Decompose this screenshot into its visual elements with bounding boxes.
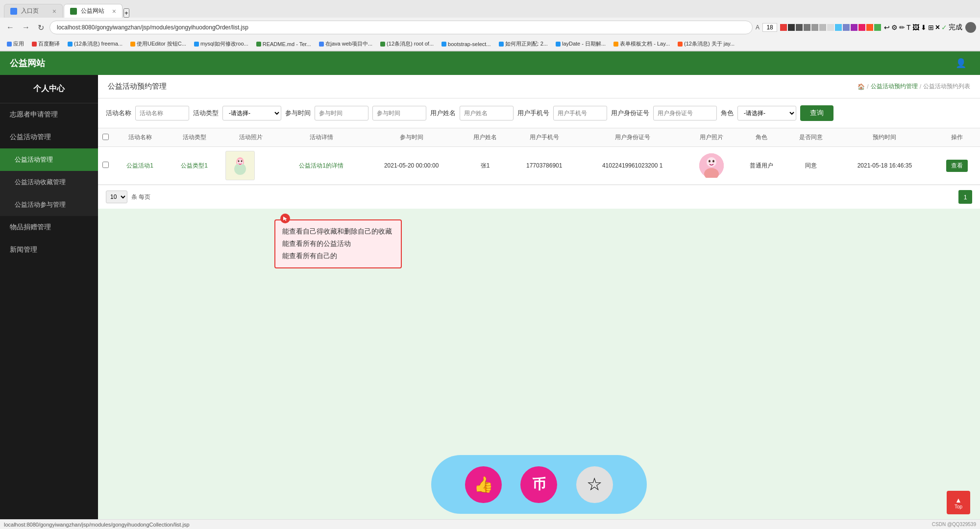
color-green[interactable] (874, 24, 881, 31)
undo-icon[interactable]: ↩ (884, 24, 890, 31)
tab-gongyiwangzhan-close[interactable]: × (112, 7, 116, 15)
join-time-from-input[interactable] (315, 106, 368, 120)
tab-entry-close[interactable]: × (52, 7, 56, 15)
color-purple[interactable] (851, 24, 858, 31)
color-gray5[interactable] (827, 24, 834, 31)
page-size-select[interactable]: 10 (106, 191, 127, 203)
popup-line-3: 能查看所有自己的 (282, 250, 394, 262)
th-join-time: 参与时间 (362, 128, 460, 147)
window-icon[interactable]: ⊞ (928, 24, 934, 31)
check-icon[interactable]: ✓ (941, 24, 947, 31)
popup-line-1: 能查看自己得收藏和删除自己的收藏 (282, 225, 394, 238)
user-avatar[interactable] (965, 22, 976, 33)
bookmark-ueditor-icon (130, 42, 135, 47)
bookmark-ueditor[interactable]: 使用UEditor 按钮C... (127, 39, 189, 48)
bookmark-csdn-label: (12条消息) 关于 jay... (684, 40, 735, 48)
share-button[interactable]: 币 (520, 466, 557, 503)
th-activity-name: 活动名称 (113, 128, 167, 147)
activity-detail-link[interactable]: 公益活动1的详情 (299, 162, 343, 169)
settings-icon[interactable]: ⚙ (891, 24, 898, 31)
activity-type-select[interactable]: -请选择- (222, 106, 281, 120)
color-dark[interactable] (788, 24, 795, 31)
color-gray3[interactable] (811, 24, 818, 31)
browser-toolbar-icons: A 18 ↩ ⚙ ✏ T 🖼 (756, 22, 976, 33)
query-button[interactable]: 查询 (800, 105, 833, 121)
edit-icon[interactable]: ✏ (899, 24, 905, 31)
back-button[interactable]: ← (4, 22, 17, 33)
download-icon[interactable]: ⬇ (921, 24, 927, 31)
bookmark-form-label: 表单模板文档 - Lay... (620, 40, 670, 48)
breadcrumb-home[interactable]: 🏠 (858, 83, 865, 90)
color-gray4[interactable] (819, 24, 826, 31)
tab-gongyiwangzhan[interactable]: 公益网站 × (64, 4, 122, 18)
image-icon[interactable]: 🖼 (912, 24, 919, 31)
bookmark-apps[interactable]: 应用 (4, 39, 27, 48)
breadcrumb-order-mgmt[interactable]: 公益活动预约管理 (871, 82, 918, 91)
back-to-top-arrow: ▲ (955, 496, 962, 504)
join-time-to-input[interactable] (372, 106, 426, 120)
select-all-checkbox[interactable] (102, 134, 109, 140)
activity-type-link[interactable]: 公益类型1 (181, 162, 208, 169)
activity-photo-svg (228, 153, 252, 178)
color-gray[interactable] (796, 24, 803, 31)
tab-entry[interactable]: 入口页 × (4, 4, 63, 18)
color-orange[interactable] (866, 24, 873, 31)
bookmark-bootstrap-icon (441, 42, 446, 47)
bookmark-mysql[interactable]: mysql如何修改roo... (191, 39, 251, 48)
bookmark-baidu[interactable]: 百度翻译 (29, 39, 63, 48)
phone-input[interactable] (553, 106, 607, 120)
bookmark-form[interactable]: 表单模板文档 - Lay... (611, 39, 673, 48)
bookmark-java[interactable]: 在java web项目中... (316, 39, 376, 48)
svg-point-3 (238, 160, 240, 162)
font-size-value[interactable]: 18 (762, 23, 777, 32)
bookmarks-bar: 应用 百度翻译 (12条消息) freema... 使用UEditor 按钮C.… (0, 37, 980, 51)
bookmark-bootstrap[interactable]: bootstrap-select... (439, 40, 493, 48)
like-button[interactable]: 👍 (465, 466, 502, 503)
id-card-input[interactable] (653, 106, 717, 120)
page-1-button[interactable]: 1 (958, 190, 972, 204)
activity-name-link[interactable]: 公益活动1 (126, 162, 153, 169)
sidebar-item-donation[interactable]: 物品捐赠管理 (0, 216, 98, 239)
row-checkbox[interactable] (102, 162, 109, 168)
forward-button[interactable]: → (20, 22, 32, 33)
bookmark-regex[interactable]: 如何用正则配: 2... (496, 39, 551, 48)
username-input[interactable] (460, 106, 514, 120)
td-checkbox (98, 147, 113, 185)
bookmark-mysql-icon (194, 42, 199, 47)
bookmark-csdn[interactable]: (12条消息) 关于 jay... (675, 39, 737, 48)
user-account-icon[interactable]: 👤 (952, 54, 970, 72)
bookmark-laydate[interactable]: layDate - 日期解... (553, 39, 609, 48)
td-is-agree: 同意 (786, 147, 836, 185)
sidebar-item-activity-collection[interactable]: 公益活动收藏管理 (0, 171, 98, 193)
view-button[interactable]: 查看 (946, 160, 968, 172)
text-icon[interactable]: T (906, 24, 911, 31)
sidebar-item-news[interactable]: 新闻管理 (0, 239, 98, 261)
sidebar-item-volunteer[interactable]: 志愿者申请管理 (0, 103, 98, 126)
bookmark-apps-label: 应用 (13, 40, 24, 48)
back-to-top-button[interactable]: ▲ Top (947, 491, 970, 514)
address-input[interactable]: localhost:8080/gongyiwangzhan/jsp/module… (49, 21, 753, 34)
bookmark-freema-icon (68, 42, 73, 47)
bookmark-root-icon (380, 42, 385, 47)
bookmark-readme[interactable]: README.md - Ter... (253, 40, 314, 48)
color-pink[interactable] (858, 24, 865, 31)
bookmark-apps-icon (7, 42, 12, 47)
color-blue[interactable] (835, 24, 842, 31)
role-select[interactable]: -请选择- (737, 106, 796, 120)
sidebar-item-activity-manage[interactable]: 公益活动管理 (0, 148, 98, 171)
complete-icon[interactable]: 完成 (949, 23, 962, 32)
sidebar-item-activity-participate[interactable]: 公益活动参与管理 (0, 193, 98, 216)
page-title: 公益活动预约管理 (108, 82, 167, 91)
color-red[interactable] (780, 24, 787, 31)
sidebar-item-activity-mgmt[interactable]: 公益活动管理 (0, 126, 98, 148)
color-gray2[interactable] (804, 24, 810, 31)
bookmark-root[interactable]: (12条消息) root of... (377, 39, 437, 48)
bookmark-freema[interactable]: (12条消息) freema... (65, 39, 125, 48)
star-button[interactable]: ☆ (576, 466, 613, 503)
reload-button[interactable]: ↻ (35, 22, 47, 33)
color-indigo[interactable] (843, 24, 850, 31)
close-icon[interactable]: × (935, 23, 940, 32)
site-logo: 公益网站 (10, 57, 45, 69)
activity-name-input[interactable] (135, 106, 189, 120)
add-tab-button[interactable]: + (123, 8, 129, 18)
